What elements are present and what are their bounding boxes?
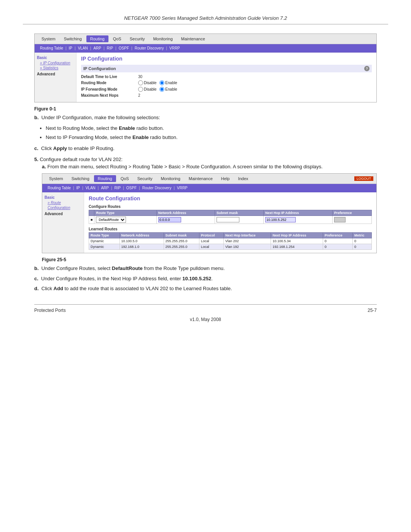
nav-maintenance[interactable]: Maintenance [177,35,209,42]
col-preference: Preference [332,210,371,216]
sidebar-ip-config[interactable]: » IP Configuration [37,61,74,66]
nav-bar-2: System Switching Routing QoS Security Mo… [42,174,376,184]
row-route-type[interactable]: DefaultRoute [94,216,156,224]
body-step-c: c. Click Apply to enable IP Routing. [34,145,377,153]
col-subnet-mask: Subnet mask [215,210,264,216]
nav2-routing[interactable]: Routing [94,175,116,182]
learned-col-network: Network Address [119,232,164,238]
sidebar2-route-link1[interactable]: » Route [45,200,81,205]
subnav2-router-discovery[interactable]: Router Discovery [140,185,174,191]
routing-disable-radio[interactable]: Disable [138,80,156,85]
form-row-max-hops: Maximum Next Hops 2 [81,93,372,97]
learned-col-metric: Metric [353,232,372,238]
nav-switching[interactable]: Switching [60,35,86,42]
numbered-step-5: 5. Configure default route for VLAN 202: [34,157,377,162]
nav2-security[interactable]: Security [134,175,156,182]
bullet-item-1: Next to Routing Mode, select the Enable … [46,124,377,133]
nav2-maintenance[interactable]: Maintenance [185,175,217,182]
subnav-ip[interactable]: IP [67,45,75,51]
subnav-ospf[interactable]: OSPF [116,45,131,51]
sidebar-statistics[interactable]: » Statistics [37,66,74,70]
form-row-routing-mode: Routing Mode Disable Enable [81,80,372,85]
ip-forward-disable-radio[interactable]: Disable [138,87,156,92]
subnav2-vrrp[interactable]: VRRP [175,185,190,191]
lr1-metric: 0 [353,238,372,244]
lr1-interface: Vlan 202 [223,238,271,244]
subnav2-ospf[interactable]: OSPF [124,185,139,191]
ui-content-2: Route Configuration Configure Routes Rou… [84,192,376,253]
row-subnet[interactable] [215,216,264,224]
ui-sidebar-2: Basic » Route Configuration Advanced [42,192,84,253]
subnav2-routing-table[interactable]: Routing Table [45,185,73,191]
subnav-rip[interactable]: RIP [105,45,116,51]
footer-version: v1.0, May 2008 [190,317,221,322]
logout-button[interactable]: LOGOUT [354,176,373,181]
doc-divider [23,24,388,24]
row-pref[interactable] [332,216,371,224]
subnav2-rip[interactable]: RIP [112,185,123,191]
sidebar2-advanced: Advanced [45,212,81,216]
learned-col-type: Route Type [89,232,120,238]
nav2-qos[interactable]: QoS [117,175,133,182]
doc-title: NETGEAR 7000 Series Managed Switch Admin… [124,15,287,21]
nav2-switching[interactable]: Switching [68,175,93,182]
subnav-arp[interactable]: ARP [91,45,104,51]
nav-qos[interactable]: QoS [109,35,125,42]
ip-forward-radios: Disable Enable [138,87,177,92]
sidebar2-route-link2[interactable]: Configuration [45,205,81,210]
row-checkbox[interactable]: ■ [89,216,94,224]
network-addr-input[interactable] [158,217,181,222]
row-network-addr[interactable] [156,216,215,224]
nav2-monitoring[interactable]: Monitoring [157,175,184,182]
nav2-index[interactable]: Index [234,175,252,182]
pref-input[interactable] [334,217,346,222]
routing-mode-radios: Disable Enable [138,80,177,85]
step-b-prefix: b. [34,115,39,120]
ui-main-2: Basic » Route Configuration Advanced Rou… [42,192,376,253]
form-row-ttl: Default Time to Live 30 [81,75,372,79]
page-footer: Protected Ports 25-7 [34,304,377,313]
learned-col-subnet: Subnet mask [164,232,199,238]
subnav-routing-table[interactable]: Routing Table [38,45,65,51]
lr1-type: Dynamic [89,238,120,244]
nav-monitoring[interactable]: Monitoring [149,35,176,42]
content-area: System Switching Routing QoS Security Mo… [34,34,377,322]
nav2-help[interactable]: Help [217,175,234,182]
nav-security[interactable]: Security [126,35,149,42]
learned-routes-title: Learned Routes [89,227,372,231]
lr1-pref: 0 [323,238,353,244]
routing-enable-radio[interactable]: Enable [159,80,177,85]
ip-forward-enable-radio[interactable]: Enable [159,87,177,92]
lr2-metric: 0 [353,244,372,249]
lr1-network: 10.100.5.0 [119,238,164,244]
learned-route-row-1: Dynamic 10.100.5.0 255.255.255.0 Local V… [89,238,372,244]
figure-label-1: Figure 0-1 [34,106,377,112]
subnav2-ip[interactable]: IP [74,185,82,191]
nav-system[interactable]: System [38,35,59,42]
subnav-vrrp[interactable]: VRRP [167,45,182,51]
subnav-vlan[interactable]: VLAN [76,45,90,51]
route-type-select[interactable]: DefaultRoute [96,217,126,223]
nav-routing[interactable]: Routing [86,35,108,42]
subnet-input[interactable] [217,217,239,222]
subnav-router-discovery[interactable]: Router Discovery [132,45,166,51]
page-title-2: Route Configuration [89,195,372,201]
lr1-protocol: Local [199,238,224,244]
row-nexthop[interactable] [264,216,333,224]
body-step-b: b. Under IP Configuration, make the foll… [34,114,377,122]
learned-col-nexthop-ip: Next Hop IP Address [271,232,323,238]
subnav2-arp[interactable]: ARP [99,185,111,191]
help-icon[interactable]: ? [364,66,370,71]
nexthop-input[interactable] [265,217,296,222]
lr2-network: 192.168.1.0 [119,244,164,249]
sub-step-a: a. From the main menu, select Routing > … [42,164,377,169]
subnav2-vlan[interactable]: VLAN [83,185,98,191]
configure-routes-title: Configure Routes [89,204,372,209]
routing-mode-label: Routing Mode [81,81,138,85]
step-b-text: Under IP Configuration, make the followi… [41,115,160,120]
ui-content-1: IP Configuration IP Configuration ? Defa… [76,53,376,102]
nav2-system[interactable]: System [45,175,67,182]
figure-label-2: Figure 25-5 [42,257,377,262]
sidebar-advanced: Advanced [37,72,74,76]
form-row-ip-forward: IP Forwarding Mode Disable Enable [81,87,372,92]
